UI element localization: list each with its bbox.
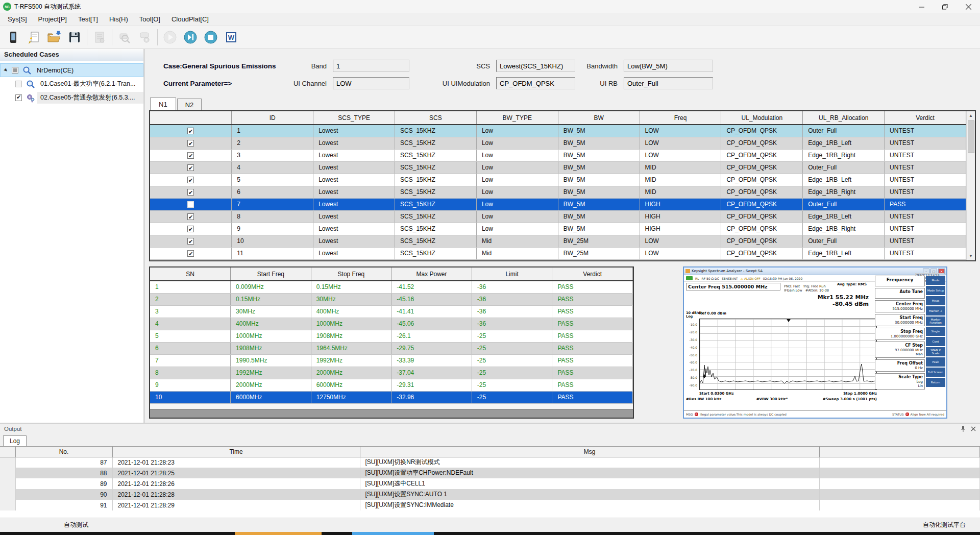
menu-item[interactable]: Project[P] (33, 15, 72, 23)
softkey-button[interactable]: Center Freq515.000000 MHz (875, 300, 925, 312)
column-header[interactable]: Verdict (885, 111, 966, 125)
minimize-icon[interactable] (910, 0, 933, 13)
row-checkbox[interactable]: ✔ (187, 128, 194, 134)
column-header[interactable]: No. (15, 447, 112, 457)
menu-item[interactable]: Test[T] (72, 15, 104, 23)
column-header[interactable]: Verdict (552, 268, 633, 281)
word-export-button[interactable]: W (221, 27, 241, 47)
row-checkbox[interactable]: ✔ (187, 164, 194, 171)
tree-item-root[interactable]: ▶ NrDemo(CE) (0, 63, 143, 77)
softkey-button[interactable]: Auto Tune (875, 288, 925, 299)
softkey-button[interactable]: Freq Offset0 Hz (875, 359, 925, 372)
table-row[interactable]: 330MHz400MHz-41.41-36PASS (150, 305, 633, 318)
table-row[interactable]: 892021-12-01 21:28:26[SU][UXM]选中CELL1 (0, 478, 980, 489)
softkey-button[interactable]: Stop Freq1.000000000 GHz (875, 328, 925, 340)
pin-icon[interactable] (961, 426, 966, 432)
tab-n1[interactable]: N1 (150, 98, 176, 110)
report-button[interactable] (89, 27, 110, 47)
table-row[interactable]: 61908MHz1964.5MHz-29.75-25PASS (150, 342, 633, 354)
column-header[interactable]: SCS (395, 111, 477, 125)
side-button[interactable]: SPAN X Scale (926, 347, 945, 356)
table-row[interactable]: 81992MHz2000MHz-37.04-25PASS (150, 367, 633, 379)
row-checkbox[interactable] (187, 201, 194, 208)
stop-button[interactable] (201, 27, 221, 47)
table-row[interactable]: ✔1LowestSCS_15KHZLowBW_5MLOWCP_OFDM_QPSK… (150, 125, 966, 137)
tree-checkbox[interactable] (12, 67, 18, 74)
row-checkbox[interactable]: ✔ (187, 177, 194, 183)
ui-channel-field[interactable]: LOW (333, 77, 409, 89)
row-checkbox[interactable]: ✔ (187, 140, 194, 147)
restore-icon[interactable] (933, 0, 957, 13)
side-button[interactable]: Meas (926, 296, 945, 305)
tab-n2[interactable]: N2 (177, 99, 202, 110)
side-button[interactable]: Marker → (926, 306, 945, 315)
column-header[interactable]: SCS_TYPE (313, 111, 395, 125)
menu-item[interactable]: CloudPlat[C] (166, 15, 214, 23)
column-header[interactable]: Start Freq (231, 268, 311, 281)
column-header[interactable]: Limit (472, 268, 552, 281)
result-scrollbar[interactable] (150, 409, 633, 418)
table-row[interactable]: 912021-12-01 21:28:29[SU][UXM]设置SYNC:IMM… (0, 500, 980, 510)
table-row[interactable]: 872021-12-01 21:28:23[SU][UXM]切换NR测试模式 (0, 457, 980, 468)
config-button[interactable] (135, 27, 155, 47)
column-header[interactable]: UL_RB_Allocation (803, 111, 885, 125)
softkey-button[interactable]: Start Freq30.000000 MHz (875, 314, 925, 326)
table-row[interactable]: ✔2LowestSCS_15KHZLowBW_5MLOWCP_OFDM_QPSK… (150, 137, 966, 149)
table-row[interactable]: 882021-12-01 21:28:25[SU][UXM]设置功率CHPowe… (0, 468, 980, 478)
column-header[interactable]: ID (232, 111, 313, 125)
run-pause-button[interactable] (180, 27, 201, 47)
table-row[interactable]: 7LowestSCS_15KHZLowBW_5MHIGHCP_OFDM_QPSK… (150, 198, 966, 210)
column-header[interactable]: Time (112, 447, 360, 457)
table-row[interactable]: 4400MHz1000MHz-45.06-36PASS (150, 318, 633, 330)
table-row[interactable]: ✔5LowestSCS_15KHZLowBW_5MMIDCP_OFDM_QPSK… (150, 174, 966, 186)
row-checkbox[interactable]: ✔ (187, 152, 194, 159)
close-icon[interactable] (957, 0, 980, 13)
table-row[interactable]: 10.009MHz0.15MHz-41.52-36PASS (150, 281, 633, 293)
scs-field[interactable]: Lowest(SCS_15KHZ) (496, 60, 575, 72)
vertical-scrollbar[interactable]: ▲ ▼ (966, 111, 975, 260)
run-button[interactable] (160, 27, 180, 47)
scroll-up-icon[interactable]: ▲ (967, 111, 975, 120)
column-header[interactable]: Stop Freq (311, 268, 391, 281)
scroll-down-icon[interactable]: ▼ (967, 252, 975, 260)
column-header[interactable]: BW (558, 111, 640, 125)
row-checkbox[interactable]: ✔ (187, 213, 194, 220)
tab-log[interactable]: Log (3, 435, 27, 446)
checkbox-column-header[interactable] (150, 111, 232, 125)
save-button[interactable] (64, 27, 85, 47)
ui-rb-field[interactable]: Outer_Full (624, 77, 713, 89)
side-button[interactable]: Full Screen (926, 368, 945, 377)
row-checkbox[interactable]: ✔ (187, 189, 194, 196)
expander-icon[interactable]: ▶ (2, 66, 10, 74)
row-checkbox[interactable]: ✔ (187, 250, 194, 257)
side-button[interactable]: Return (926, 378, 945, 387)
table-row[interactable]: 51000MHz1908MHz-26.1-25PASS (150, 330, 633, 342)
menu-item[interactable]: Tool[O] (134, 15, 166, 23)
softkey-button[interactable]: CF Step97.000000 MHzMan (875, 342, 925, 358)
table-row[interactable]: ✔8LowestSCS_15KHZLowBW_5MHIGHCP_OFDM_QPS… (150, 210, 966, 223)
menu-item[interactable]: His(H) (104, 15, 134, 23)
row-checkbox[interactable]: ✔ (187, 226, 194, 232)
column-header[interactable]: BW_TYPE (476, 111, 558, 125)
device-button[interactable] (3, 27, 23, 47)
tree-item-case05[interactable]: 02.Case05-普通杂散发射(6.5.3.... (0, 91, 143, 105)
softkey-button[interactable]: Frequency (875, 276, 925, 286)
column-header[interactable]: Max Power (391, 268, 472, 281)
table-row[interactable]: ✔9LowestSCS_15KHZLowBW_5MHIGHCP_OFDM_QPS… (150, 223, 966, 235)
side-button[interactable]: Cont (926, 337, 945, 346)
table-row[interactable]: ✔4LowestSCS_15KHZLowBW_5MMIDCP_OFDM_QPSK… (150, 161, 966, 174)
bandwidth-field[interactable]: Low(BW_5M) (624, 60, 713, 72)
table-row[interactable]: ✔3LowestSCS_15KHZLowBW_5MLOWCP_OFDM_QPSK… (150, 149, 966, 161)
column-header[interactable]: UL_Modulation (721, 111, 803, 125)
band-field[interactable]: 1 (333, 60, 409, 72)
table-row[interactable]: ✔11LowestSCS_15KHZMidBW_25MLOWCP_OFDM_QP… (150, 247, 966, 259)
tree-checkbox[interactable] (15, 81, 22, 87)
column-header[interactable]: SN (150, 268, 231, 281)
side-button[interactable]: Single (926, 327, 945, 336)
table-row[interactable]: 902021-12-01 21:28:28[SU][UXM]设置SYNC:AUT… (0, 489, 980, 500)
column-header[interactable]: Freq (640, 111, 721, 125)
new-project-button[interactable] (23, 27, 44, 47)
menu-item[interactable]: Sys[S] (2, 15, 33, 23)
tree-item-case01[interactable]: 01.Case01-最大功率(6.2.1-Tran... (0, 77, 143, 91)
open-button[interactable] (44, 27, 64, 47)
